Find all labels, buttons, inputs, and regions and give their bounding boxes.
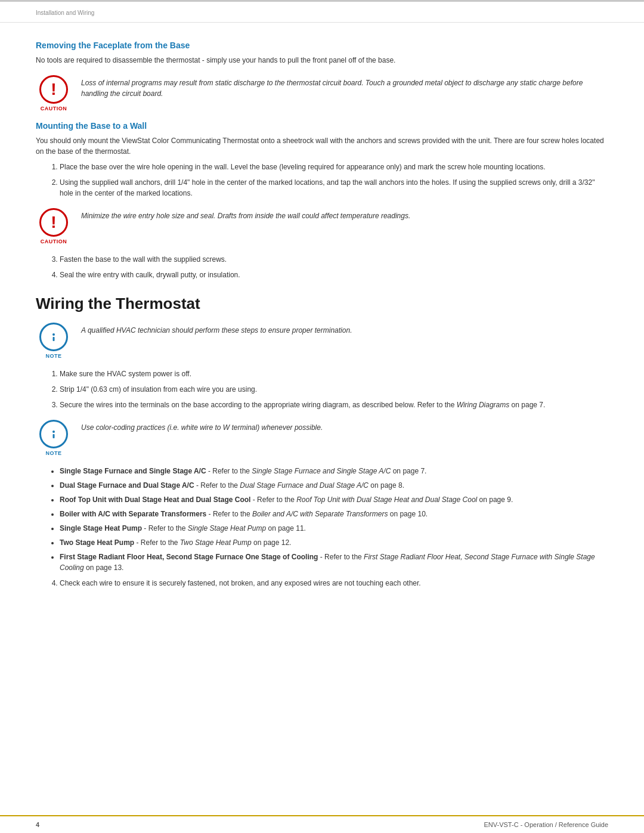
mounting-base-heading: Mounting the Base to a Wall [36,121,608,131]
caution-icon-1: ! CAUTION [36,75,72,112]
wiring-step-1: Make sure the HVAC system power is off. [60,368,608,379]
caution-label-2: CAUTION [41,239,67,244]
wiring-step-3: Secure the wires into the terminals on t… [60,400,608,410]
caution-block-1: ! CAUTION Loss of internal programs may … [36,75,608,112]
mounting-base-body: You should only mount the ViewStat Color… [36,135,608,157]
header-bar: Installation and Wiring [0,2,644,23]
removing-faceplate-body: No tools are required to disassemble the… [36,55,608,66]
caution-text-2: Minimize the wire entry hole size and se… [81,208,410,221]
wiring-step-2: Strip 1/4" (0.63 cm) of insulation from … [60,384,608,395]
svg-point-2 [52,431,55,433]
header-text: Installation and Wiring [36,10,94,16]
note-circle-2 [39,420,68,448]
note-block-2: NOTE Use color-coding practices (i.e. wh… [36,420,608,456]
note-icon-1: NOTE [36,323,72,359]
mounting-step-3: Fasten the base to the wall with the sup… [60,254,608,265]
wiring-step4-list: Check each wire to ensure it is securely… [48,578,608,589]
bullet-item-1: Single Stage Furnace and Single Stage A/… [60,466,608,476]
page: Installation and Wiring Removing the Fac… [0,0,644,833]
caution-circle-2: ! [39,208,68,237]
svg-rect-1 [53,337,55,341]
bullet-item-4: Boiler with A/C with Separate Transforme… [60,509,608,519]
bullet-item-6: Two Stage Heat Pump - Refer to the Two S… [60,537,608,548]
footer-title: ENV-VST-C - Operation / Reference Guide [484,821,608,828]
note-block-1: NOTE A qualified HVAC technician should … [36,323,608,359]
mounting-steps-continued-list: Fasten the base to the wall with the sup… [48,254,608,280]
footer-page-number: 4 [36,821,39,828]
note-text-1: A qualified HVAC technician should perfo… [81,323,352,336]
mounting-step-2: Using the supplied wall anchors, drill 1… [60,177,608,199]
note-label-1: NOTE [45,353,61,359]
mounting-step-1: Place the base over the wire hole openin… [60,162,608,172]
wiring-step-4: Check each wire to ensure it is securely… [60,578,608,589]
note-icon-2: NOTE [36,420,72,456]
caution-circle-1: ! [39,75,68,104]
wiring-steps-list: Make sure the HVAC system power is off. … [48,368,608,410]
mounting-steps-list: Place the base over the wire hole openin… [48,162,608,199]
bullet-item-3: Roof Top Unit with Dual Stage Heat and D… [60,494,608,505]
svg-point-0 [52,333,55,336]
caution-icon-2: ! CAUTION [36,208,72,244]
bullet-item-2: Dual Stage Furnace and Dual Stage A/C - … [60,480,608,491]
wiring-heading: Wiring the Thermostat [36,295,608,313]
caution-label-1: CAUTION [41,106,67,112]
wiring-bullet-list: Single Stage Furnace and Single Stage A/… [48,466,608,573]
removing-faceplate-section: Removing the Faceplate from the Base No … [36,41,608,66]
note-circle-1 [39,323,68,351]
bullet-item-5: Single Stage Heat Pump - Refer to the Si… [60,523,608,534]
caution-block-2: ! CAUTION Minimize the wire entry hole s… [36,208,608,244]
svg-rect-3 [53,434,55,438]
mounting-step-4: Seal the wire entry with caulk, drywall … [60,270,608,280]
bullet-item-7: First Stage Radiant Floor Heat, Second S… [60,552,608,573]
caution-text-1: Loss of internal programs may result fro… [81,75,608,99]
footer: 4 ENV-VST-C - Operation / Reference Guid… [0,815,644,833]
removing-faceplate-heading: Removing the Faceplate from the Base [36,41,608,50]
content: Removing the Faceplate from the Base No … [0,23,644,629]
mounting-base-section: Mounting the Base to a Wall You should o… [36,121,608,199]
note-label-2: NOTE [45,450,61,456]
note-text-2: Use color-coding practices (i.e. white w… [81,420,323,433]
